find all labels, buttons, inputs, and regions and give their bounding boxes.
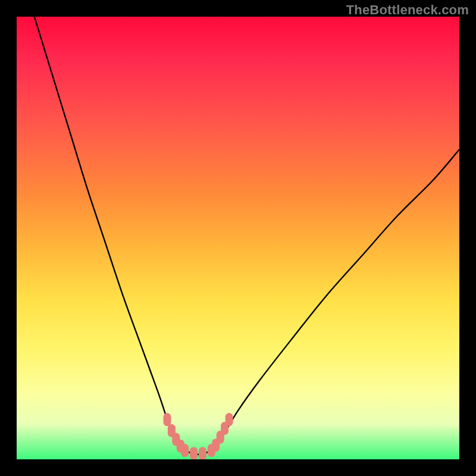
chart-svg: [17, 17, 459, 459]
data-marker: [181, 444, 189, 457]
curve-right-branch: [211, 149, 459, 450]
data-marker: [163, 413, 171, 426]
data-marker: [190, 447, 198, 459]
curve-left-branch: [35, 17, 185, 450]
curve-valley: [185, 450, 212, 455]
chart-frame: TheBottleneck.com: [0, 0, 476, 476]
data-marker: [199, 447, 206, 459]
watermark-text: TheBottleneck.com: [346, 2, 469, 18]
marker-group: [163, 413, 233, 459]
data-marker: [226, 413, 233, 426]
